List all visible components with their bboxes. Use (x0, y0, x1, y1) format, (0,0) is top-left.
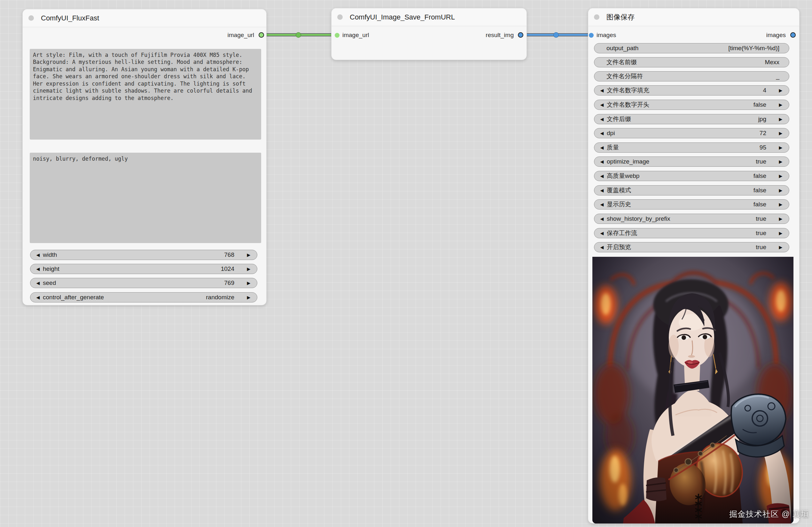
widget-filename-delimiter[interactable]: 文件名分隔符 _ (594, 71, 789, 81)
widget-label: 保存工作流 (607, 229, 637, 237)
collapse-dot-icon[interactable] (594, 14, 599, 20)
decrement-arrow-icon[interactable]: ◀ (598, 88, 606, 93)
decrement-arrow-icon[interactable]: ◀ (598, 117, 606, 121)
widget-enable-preview[interactable]: ◀ 开启预览 true ▶ (594, 242, 789, 252)
widget-label: 显示历史 (607, 200, 631, 209)
workflow-canvas[interactable]: ComfyUI_FluxFast image_url Art style: Fi… (0, 0, 812, 527)
decrement-arrow-icon[interactable]: ◀ (34, 281, 42, 285)
widget-label: output_path (607, 45, 638, 52)
widget-label: optimize_image (607, 158, 649, 165)
widget-output-path[interactable]: output_path [time(%Y-%m-%d)] (594, 43, 789, 53)
widget-control-after-generate[interactable]: ◀ control_after_generate randomize ▶ (30, 292, 257, 302)
widget-overwrite-mode[interactable]: ◀ 覆盖模式 false ▶ (594, 185, 789, 195)
collapse-dot-icon[interactable] (28, 15, 34, 21)
widget-dpi[interactable]: ◀ dpi 72 ▶ (594, 128, 789, 138)
widget-optimize-image[interactable]: ◀ optimize_image true ▶ (594, 156, 789, 167)
widget-value: 1024 (221, 266, 234, 272)
widget-label: show_history_by_prefix (607, 215, 670, 222)
output-port-image-url[interactable] (259, 32, 264, 38)
widget-value: 72 (759, 130, 766, 137)
input-label: image_url (343, 31, 369, 39)
decrement-arrow-icon[interactable]: ◀ (598, 131, 606, 135)
decrement-arrow-icon[interactable]: ◀ (598, 216, 606, 221)
decrement-arrow-icon[interactable]: ◀ (598, 245, 606, 250)
increment-arrow-icon[interactable]: ▶ (777, 117, 784, 121)
negative-prompt-textarea[interactable]: noisy, blurry, deformed, ugly (30, 153, 261, 243)
increment-arrow-icon[interactable]: ▶ (777, 160, 784, 164)
widget-label: 文件后缀 (607, 115, 631, 123)
widget-label: height (43, 266, 59, 272)
increment-arrow-icon[interactable]: ▶ (777, 202, 784, 207)
widget-value: randomize (206, 294, 234, 301)
widget-number-padding[interactable]: ◀ 文件名数字填充 4 ▶ (594, 85, 789, 95)
node-title: ComfyUI_FluxFast (41, 14, 99, 22)
node-title-bar[interactable]: ComfyUI_FluxFast (23, 9, 266, 27)
decrement-arrow-icon[interactable]: ◀ (598, 145, 606, 150)
widget-label: 质量 (607, 144, 619, 152)
increment-arrow-icon[interactable]: ▶ (777, 231, 784, 236)
widget-label: 高质量webp (607, 172, 639, 180)
widget-label: 文件名前缀 (607, 58, 637, 66)
widget-value: false (754, 187, 766, 194)
input-port-images[interactable] (589, 33, 594, 38)
widget-number-start[interactable]: ◀ 文件名数字开头 false ▶ (594, 100, 789, 110)
increment-arrow-icon[interactable]: ▶ (777, 145, 784, 150)
widget-file-extension[interactable]: ◀ 文件后缀 jpg ▶ (594, 114, 789, 124)
decrement-arrow-icon[interactable]: ◀ (34, 267, 42, 271)
widget-save-workflow[interactable]: ◀ 保存工作流 true ▶ (594, 228, 789, 238)
widget-value: true (756, 244, 766, 251)
widget-value: false (754, 101, 766, 108)
output-port-images[interactable] (790, 32, 796, 38)
widget-label: seed (43, 280, 56, 286)
widget-filename-prefix[interactable]: 文件名前缀 Mexx (594, 57, 789, 67)
widget-value: false (754, 172, 766, 180)
widget-seed[interactable]: ◀ seed 769 ▶ (30, 278, 257, 288)
decrement-arrow-icon[interactable]: ◀ (598, 202, 606, 207)
input-label: images (596, 31, 616, 39)
widget-width[interactable]: ◀ width 768 ▶ (30, 250, 257, 260)
widget-height[interactable]: ◀ height 1024 ▶ (30, 264, 257, 274)
widget-value: 768 (224, 251, 234, 258)
collapse-dot-icon[interactable] (337, 14, 343, 20)
increment-arrow-icon[interactable]: ▶ (777, 188, 784, 193)
decrement-arrow-icon[interactable]: ◀ (598, 174, 606, 178)
decrement-arrow-icon[interactable]: ◀ (598, 231, 606, 236)
node-title-bar[interactable]: ComfyUI_Image_Save_FromURL (332, 8, 526, 26)
preview-image-container (592, 257, 794, 524)
increment-arrow-icon[interactable]: ▶ (245, 267, 252, 271)
decrement-arrow-icon[interactable]: ◀ (34, 295, 42, 300)
widget-label: 文件名分隔符 (607, 72, 643, 80)
widget-value: Mexx (765, 59, 779, 66)
increment-arrow-icon[interactable]: ▶ (777, 103, 784, 107)
decrement-arrow-icon[interactable]: ◀ (598, 188, 606, 193)
node-image-save-from-url: ComfyUI_Image_Save_FromURL image_url res… (331, 8, 527, 60)
increment-arrow-icon[interactable]: ▶ (777, 88, 784, 93)
decrement-arrow-icon[interactable]: ◀ (34, 253, 42, 257)
increment-arrow-icon[interactable]: ▶ (245, 295, 252, 300)
widget-value: jpg (758, 116, 766, 123)
decrement-arrow-icon[interactable]: ◀ (598, 160, 606, 164)
widget-hq-webp[interactable]: ◀ 高质量webp false ▶ (594, 171, 789, 181)
widget-value: [time(%Y-%m-%d)] (728, 45, 779, 52)
output-label: images (766, 31, 786, 39)
widget-value: false (754, 201, 766, 208)
widget-quality[interactable]: ◀ 质量 95 ▶ (594, 142, 789, 153)
widget-value: _ (776, 73, 779, 80)
node-title-bar[interactable]: 图像保存 (588, 8, 799, 26)
increment-arrow-icon[interactable]: ▶ (777, 245, 784, 250)
widget-label: 开启预览 (607, 243, 631, 251)
input-port-image-url[interactable] (335, 33, 339, 38)
increment-arrow-icon[interactable]: ▶ (245, 281, 252, 285)
node-title: ComfyUI_Image_Save_FromURL (350, 13, 455, 21)
decrement-arrow-icon[interactable]: ◀ (598, 103, 606, 107)
widget-show-history-by-prefix[interactable]: ◀ show_history_by_prefix true ▶ (594, 214, 789, 224)
increment-arrow-icon[interactable]: ▶ (245, 253, 252, 257)
increment-arrow-icon[interactable]: ▶ (777, 131, 784, 135)
increment-arrow-icon[interactable]: ▶ (777, 216, 784, 221)
widget-show-history[interactable]: ◀ 显示历史 false ▶ (594, 199, 789, 210)
increment-arrow-icon[interactable]: ▶ (777, 174, 784, 178)
widget-label: control_after_generate (43, 294, 104, 301)
prompt-textarea[interactable]: Art style: Film, with a touch of Fujifil… (30, 49, 261, 139)
output-port-result-img[interactable] (518, 32, 523, 38)
widget-value: 769 (224, 280, 234, 286)
